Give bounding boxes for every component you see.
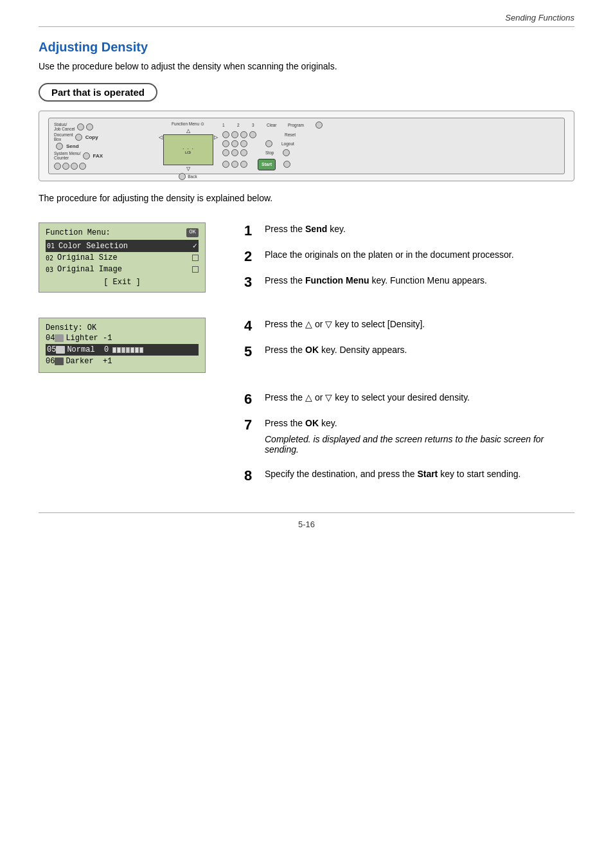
steps-section-2: Density: OK 04 Lighter -1 05 Normal 0 xyxy=(39,311,574,373)
panel-center-section: Function Menu ⊙ △ ◁ - - - LCD ▷ ▽ xyxy=(157,122,218,170)
num0-btn xyxy=(231,161,238,168)
steps-section-1: Function Menu: OK 01 Color Selection ✓ 0… xyxy=(39,216,574,300)
start-panel-btn: Start xyxy=(258,159,276,170)
screen-row-1: 01 Color Selection ✓ xyxy=(46,240,199,252)
steps-container-2: 4 Press the △ or ▽ key to select [Densit… xyxy=(244,311,574,360)
step-8: 8 Specify the destination, and press the… xyxy=(244,467,574,484)
panel-numrow3: Stop xyxy=(222,149,559,156)
panel-nav-lcd: △ ◁ - - - LCD ▷ ▽ xyxy=(159,128,218,172)
density-row-lighter: 04 Lighter -1 xyxy=(46,332,199,344)
num9-btn xyxy=(240,149,247,156)
pb3 xyxy=(71,163,78,170)
pb4 xyxy=(79,163,86,170)
step-7-content: Press the OK key. Completed. is displaye… xyxy=(265,417,574,458)
jobcancel-btn xyxy=(86,123,93,131)
num4-btn xyxy=(222,140,229,147)
function-menu-screen: Function Menu: OK 01 Color Selection ✓ 0… xyxy=(39,222,206,293)
panel-back-row: Back xyxy=(179,173,197,180)
panel-right-section: 1 2 3 Clear Program Reset xyxy=(222,122,559,170)
screen-title-text: Function Menu: xyxy=(46,228,111,237)
lcd-display: - - - LCD xyxy=(163,134,213,165)
panel-row-fax: System Menu/Counter FAX xyxy=(54,151,154,160)
step-7: 7 Press the OK key. Completed. is displa… xyxy=(244,417,574,458)
pb1 xyxy=(54,163,61,170)
star-btn xyxy=(222,161,229,168)
checkbox-2 xyxy=(192,255,199,261)
normal-icon xyxy=(56,346,65,354)
lr-arrows: ◁ - - - LCD ▷ xyxy=(159,134,218,165)
num2-btn xyxy=(231,131,238,138)
density-screen-title-row: Density: OK xyxy=(46,323,199,332)
energy-btn xyxy=(315,122,323,129)
stop-btn xyxy=(283,161,290,168)
density-ok-indicator: OK xyxy=(87,323,96,332)
exit-row: [ Exit ] xyxy=(46,278,199,287)
steps-right-3: 6 Press the △ or ▽ key to select your de… xyxy=(244,384,574,493)
panel-row-status: Status/Job Cancel xyxy=(54,122,154,131)
panel-row-send: Send xyxy=(54,143,154,150)
left-arrow: ◁ xyxy=(159,134,163,165)
density-row-darker: 06 Darker +1 xyxy=(46,356,199,367)
screen-row-3: 03 Original Image xyxy=(46,264,199,275)
steps-right-2: 4 Press the △ or ▽ key to select [Densit… xyxy=(244,311,574,373)
send-btn xyxy=(56,143,63,150)
num3-btn xyxy=(240,131,247,138)
checkmark-1: ✓ xyxy=(193,241,197,251)
nav-arrows: △ ◁ - - - LCD ▷ ▽ xyxy=(159,128,218,172)
page-number: 5-16 xyxy=(298,520,315,529)
panel-row-copy: DocumentBox Copy xyxy=(54,132,154,141)
section-header: Sending Functions xyxy=(39,13,574,27)
density-title-text: Density: xyxy=(46,323,83,332)
num5-btn xyxy=(231,140,238,147)
reset-btn xyxy=(265,140,272,147)
num6-btn xyxy=(240,140,247,147)
density-screen: Density: OK 04 Lighter -1 05 Normal 0 xyxy=(39,318,206,373)
back-panel-btn xyxy=(179,173,186,180)
hash-btn xyxy=(240,161,247,168)
page-footer: 5-16 xyxy=(39,512,574,529)
step-7-note: Completed. is displayed and the screen r… xyxy=(265,434,574,455)
clear-btn xyxy=(249,131,256,138)
panel-left-section: Status/Job Cancel DocumentBox Copy Send xyxy=(54,122,154,170)
panel-numrow4: Start xyxy=(222,159,559,170)
down-arrow: ▽ xyxy=(186,166,190,172)
status-btn xyxy=(77,123,84,131)
panel-numrow1-btns: Reset xyxy=(222,131,559,138)
screen-title-row: Function Menu: OK xyxy=(46,228,199,237)
steps-section-3: 6 Press the △ or ▽ key to select your de… xyxy=(39,384,574,493)
panel-numrow1: 1 2 3 Clear Program xyxy=(222,122,559,129)
panel-row-bottom-btns xyxy=(54,163,154,170)
page-title: Adjusting Density xyxy=(39,40,574,55)
step-1: 1 Press the Send key. xyxy=(244,222,574,239)
step-5: 5 Press the OK key. Density appears. xyxy=(244,343,574,360)
fax-btn xyxy=(83,152,90,159)
num7-btn xyxy=(222,149,229,156)
intro-text: Use the procedure below to adjust the de… xyxy=(39,61,574,71)
panel-illustration: Status/Job Cancel DocumentBox Copy Send xyxy=(48,118,565,174)
ok-indicator: OK xyxy=(186,228,199,237)
screen-row-2: 02 Original Size xyxy=(46,252,199,264)
density-bar xyxy=(112,347,143,353)
steps-container: 1 Press the Send key. 2 Place the origin… xyxy=(244,216,574,291)
steps-right-1: 1 Press the Send key. 2 Place the origin… xyxy=(244,216,574,300)
num1-btn xyxy=(222,131,229,138)
panel-numrow2: Logout xyxy=(222,140,559,147)
step-2: 2 Place the originals on the platen or i… xyxy=(244,248,574,265)
num8-btn xyxy=(231,149,238,156)
checkbox-3 xyxy=(192,266,199,273)
procedure-text: The procedure for adjusting the density … xyxy=(39,193,574,203)
pb2 xyxy=(62,163,69,170)
spacer-left xyxy=(39,384,225,493)
lighter-icon xyxy=(55,334,64,342)
step-4: 4 Press the △ or ▽ key to select [Densit… xyxy=(244,318,574,334)
logout-btn xyxy=(283,149,290,156)
right-arrow: ▷ xyxy=(214,134,218,165)
up-arrow: △ xyxy=(186,128,190,134)
darker-icon xyxy=(55,357,64,365)
density-row-normal: 05 Normal 0 xyxy=(46,344,199,356)
function-menu-screen-container: Function Menu: OK 01 Color Selection ✓ 0… xyxy=(39,216,225,300)
density-screen-container: Density: OK 04 Lighter -1 05 Normal 0 xyxy=(39,311,225,373)
copy-btn xyxy=(75,134,82,141)
part-operated-badge: Part that is operated xyxy=(39,83,157,102)
step-3: 3 Press the Function Menu key. Function … xyxy=(244,274,574,291)
